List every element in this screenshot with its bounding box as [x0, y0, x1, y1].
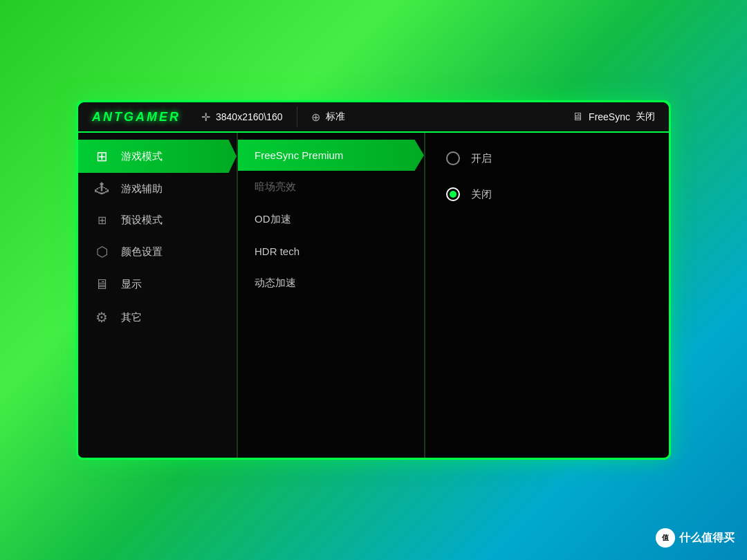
game-assist-icon: 🕹: [92, 181, 111, 197]
hdr-tech-label: HDR tech: [255, 245, 299, 257]
middle-item-dark-field[interactable]: 暗场亮效: [238, 171, 424, 203]
sidebar-item-preset-mode[interactable]: ⊞ 预设模式: [78, 205, 237, 235]
separator-1: [297, 106, 297, 127]
sidebar-item-color-settings[interactable]: ⬡ 颜色设置: [78, 235, 237, 268]
radio-off: [446, 187, 460, 201]
sidebar-label-color-settings: 颜色设置: [121, 245, 163, 259]
sidebar-label-game-assist: 游戏辅助: [121, 183, 163, 196]
radio-off-inner: [450, 191, 456, 198]
main-content: ⊞ 游戏模式 🕹 游戏辅助 ⊞ 预设模式 ⬡ 颜色设置 🖥 显示 ⚙ 其它: [78, 133, 669, 458]
option-on[interactable]: 开启: [446, 143, 648, 174]
game-mode-icon: ⊞: [92, 148, 111, 165]
mode-icon: ⊕: [311, 111, 320, 124]
sidebar-item-other[interactable]: ⚙ 其它: [78, 301, 237, 334]
radio-on: [446, 151, 460, 165]
middle-item-hdr-tech[interactable]: HDR tech: [238, 236, 424, 267]
sidebar-item-game-mode[interactable]: ⊞ 游戏模式: [78, 140, 237, 173]
sidebar-item-game-assist[interactable]: 🕹 游戏辅助: [78, 173, 237, 205]
option-on-label: 开启: [471, 152, 492, 165]
middle-item-od-boost[interactable]: OD加速: [238, 203, 424, 236]
sidebar-item-display[interactable]: 🖥 显示: [78, 268, 237, 301]
motion-boost-label: 动态加速: [255, 277, 296, 288]
freesync-label: FreeSync: [589, 111, 630, 122]
display-icon-sidebar: 🖥: [92, 277, 111, 292]
resolution-value: 3840x2160\160: [216, 111, 283, 122]
radio-on-inner: [450, 155, 456, 162]
sidebar-label-preset-mode: 预设模式: [121, 214, 163, 227]
middle-item-motion-boost[interactable]: 动态加速: [238, 267, 424, 299]
watermark-logo-text: 值: [662, 533, 669, 543]
sidebar-label-other: 其它: [121, 311, 142, 324]
other-icon: ⚙: [92, 309, 111, 326]
preset-mode-icon: ⊞: [92, 214, 111, 227]
watermark-site-name: 什么值得买: [679, 531, 735, 545]
right-panel: 开启 关闭: [425, 133, 669, 458]
top-bar: ANTGAMER ✛ 3840x2160\160 ⊕ 标准 🖥 FreeSync…: [78, 102, 669, 133]
osd-panel: ANTGAMER ✛ 3840x2160\160 ⊕ 标准 🖥 FreeSync…: [76, 100, 671, 460]
middle-panel: FreeSync Premium 暗场亮效 OD加速 HDR tech 动态加速: [238, 133, 425, 458]
sidebar-label-display: 显示: [121, 278, 142, 291]
resolution-stat: ✛ 3840x2160\160: [201, 111, 283, 124]
resolution-icon: ✛: [201, 111, 210, 124]
option-off[interactable]: 关闭: [446, 179, 648, 209]
sidebar: ⊞ 游戏模式 🕹 游戏辅助 ⊞ 预设模式 ⬡ 颜色设置 🖥 显示 ⚙ 其它: [78, 133, 237, 458]
watermark: 值 什么值得买: [656, 528, 735, 548]
od-boost-label: OD加速: [255, 213, 291, 225]
brand-logo: ANTGAMER: [92, 110, 181, 124]
mode-value: 标准: [326, 111, 345, 123]
watermark-logo: 值: [656, 528, 675, 548]
middle-item-freesync-premium[interactable]: FreeSync Premium: [238, 140, 424, 171]
freesync-stat: 🖥 FreeSync 关闭: [572, 111, 655, 123]
color-settings-icon: ⬡: [92, 243, 111, 260]
freesync-premium-label: FreeSync Premium: [255, 149, 343, 161]
display-icon: 🖥: [572, 111, 583, 123]
sidebar-label-game-mode: 游戏模式: [121, 150, 163, 163]
dark-field-label: 暗场亮效: [255, 180, 296, 192]
option-off-label: 关闭: [471, 188, 492, 201]
mode-stat: ⊕ 标准: [311, 111, 345, 124]
freesync-value: 关闭: [636, 111, 655, 123]
